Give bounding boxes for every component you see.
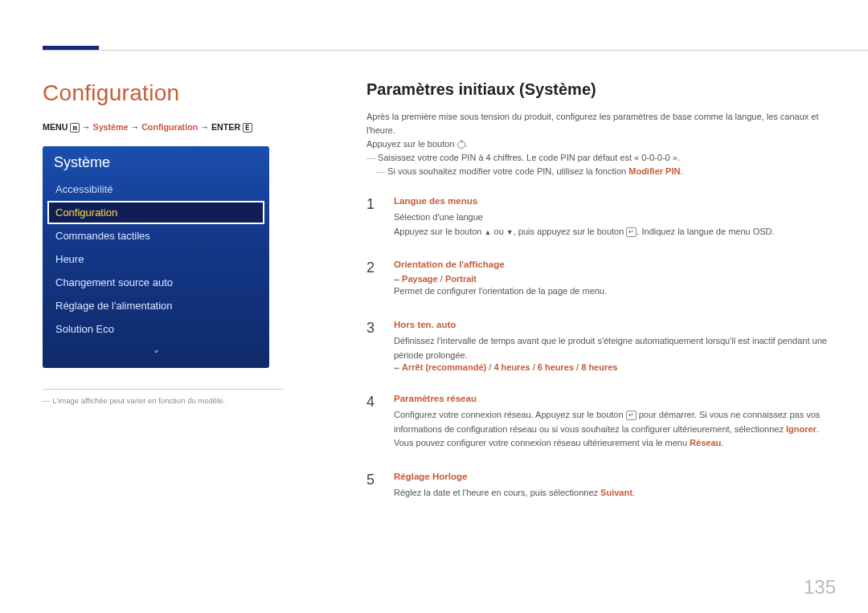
menu-item-configuration[interactable]: Configuration bbox=[47, 201, 264, 224]
intro-press-post: . bbox=[465, 139, 468, 149]
step-3-opt-4h: 4 heures bbox=[493, 362, 530, 372]
step-3-number: 3 bbox=[366, 320, 384, 373]
step-4-ignorer: Ignorer bbox=[786, 424, 817, 434]
right-column: Paramètres initiaux (Système) Après la p… bbox=[366, 80, 836, 515]
step-2: 2 Orientation de l'affichage Paysage / P… bbox=[366, 253, 836, 313]
breadcrumb-menu: MENU bbox=[43, 122, 68, 132]
menu-item-heure[interactable]: Heure bbox=[47, 247, 264, 271]
step-5-number: 5 bbox=[366, 472, 384, 501]
step-3-opt-arret: Arrêt (recommandé) bbox=[402, 362, 486, 372]
step-3-sep3: / bbox=[574, 362, 581, 372]
step-1-title: Langue des menus bbox=[394, 196, 836, 210]
step-5-pre: Réglez la date et l'heure en cours, puis… bbox=[394, 488, 600, 497]
menu-item-commandes-tactiles[interactable]: Commandes tactiles bbox=[47, 224, 264, 247]
step-4-pre: Configurez votre connexion réseau. Appuy… bbox=[394, 410, 626, 419]
note-modify-pin: Si vous souhaitez modifier votre code PI… bbox=[366, 165, 836, 178]
enter-icon: E bbox=[243, 123, 252, 133]
step-1-b2-post: . Indiquez la langue de menu OSD. bbox=[637, 227, 774, 236]
osd-menu-card: Système Accessibilité Configuration Comm… bbox=[43, 146, 269, 368]
steps-list: 1 Langue des menus Sélection d'une langu… bbox=[366, 178, 836, 514]
step-5-suivant: Suivant bbox=[600, 488, 633, 497]
breadcrumb-arrow-2: → bbox=[130, 122, 139, 132]
breadcrumb-arrow-1: → bbox=[82, 122, 91, 132]
step-2-title: Orientation de l'affichage bbox=[394, 260, 836, 274]
step-4-number: 4 bbox=[366, 394, 384, 451]
breadcrumb-arrow-3: → bbox=[200, 122, 209, 132]
menu-item-changement-source-auto[interactable]: Changement source auto bbox=[47, 271, 264, 294]
step-4: 4 Paramètres réseau Configurez votre con… bbox=[366, 387, 836, 465]
enter-key-icon-2: ↵ bbox=[626, 411, 637, 420]
section-title: Configuration bbox=[43, 80, 312, 122]
osd-menu-title: Système bbox=[43, 146, 269, 178]
step-4-post: . bbox=[721, 438, 723, 447]
step-5-post: . bbox=[633, 488, 635, 497]
step-1-body-2: Appuyez sur le bouton ▲ ou ▼, puis appuy… bbox=[394, 225, 836, 239]
step-1-number: 1 bbox=[366, 196, 384, 239]
step-5-title: Réglage Horloge bbox=[394, 472, 836, 486]
page-number: 135 bbox=[804, 576, 836, 599]
step-3-sep1: / bbox=[486, 362, 493, 372]
step-3-opt-6h: 6 heures bbox=[538, 362, 574, 372]
note-modify-pin-post: . bbox=[680, 166, 682, 176]
step-5: 5 Réglage Horloge Réglez la date et l'he… bbox=[366, 465, 836, 515]
menu-item-reglage-alimentation[interactable]: Réglage de l'alimentation bbox=[47, 294, 264, 317]
step-4-body: Configurez votre connexion réseau. Appuy… bbox=[394, 408, 836, 451]
step-2-opt-sep: / bbox=[438, 274, 445, 284]
step-1-body-1: Sélection d'une langue bbox=[394, 210, 836, 225]
footnote-text: L'image affichée peut varier en fonction… bbox=[43, 390, 312, 405]
step-3-sep2: / bbox=[530, 362, 538, 372]
step-3-title: Hors ten. auto bbox=[394, 320, 836, 334]
breadcrumb: MENU m → Système → Configuration → ENTER… bbox=[43, 122, 312, 145]
power-icon bbox=[457, 141, 465, 149]
step-3-options: Arrêt (recommandé) / 4 heures / 6 heures… bbox=[394, 362, 836, 373]
step-2-body: Permet de configurer l'orientation de la… bbox=[394, 284, 836, 299]
step-3-body: Définissez l'intervalle de temps avant q… bbox=[394, 334, 836, 362]
step-4-reseau: Réseau bbox=[690, 438, 721, 447]
note-modify-pin-pre: Si vous souhaitez modifier votre code PI… bbox=[387, 166, 628, 176]
menu-icon: m bbox=[70, 123, 79, 133]
step-1-b2-mid2: , puis appuyez sur le bouton bbox=[514, 227, 627, 236]
intro-press-pre: Appuyez sur le bouton bbox=[366, 139, 457, 149]
breadcrumb-configuration: Configuration bbox=[141, 122, 198, 132]
breadcrumb-systeme: Système bbox=[93, 122, 129, 132]
breadcrumb-enter: ENTER bbox=[211, 122, 240, 132]
menu-scroll-down-icon[interactable]: ˅ bbox=[43, 345, 269, 368]
step-5-body: Réglez la date et l'heure en cours, puis… bbox=[394, 486, 836, 501]
left-column: Configuration MENU m → Système → Configu… bbox=[43, 80, 312, 515]
step-2-options: Paysage / Portrait bbox=[394, 274, 836, 284]
page-title: Paramètres initiaux (Système) bbox=[366, 80, 836, 110]
step-2-opt-paysage: Paysage bbox=[402, 274, 438, 284]
menu-item-solution-eco[interactable]: Solution Eco bbox=[47, 317, 264, 341]
step-2-number: 2 bbox=[366, 260, 384, 299]
step-3: 3 Hors ten. auto Définissez l'intervalle… bbox=[366, 313, 836, 387]
step-1: 1 Langue des menus Sélection d'une langu… bbox=[366, 190, 836, 253]
step-1-b2-pre: Appuyez sur le bouton bbox=[394, 227, 485, 236]
intro-press-button: Appuyez sur le bouton . bbox=[366, 137, 836, 151]
enter-key-icon: ↵ bbox=[626, 227, 637, 237]
step-4-title: Paramètres réseau bbox=[394, 394, 836, 408]
step-1-b2-mid: ou bbox=[491, 227, 506, 236]
note-modify-pin-hl: Modifier PIN bbox=[628, 166, 680, 176]
intro-paragraph: Après la première mise sous tension du p… bbox=[366, 110, 836, 137]
header-rule bbox=[43, 50, 868, 51]
menu-item-accessibilite[interactable]: Accessibilité bbox=[47, 178, 264, 201]
arrow-down-icon: ▼ bbox=[506, 228, 514, 236]
note-pin-default: Saisissez votre code PIN à 4 chiffres. L… bbox=[366, 151, 836, 165]
step-3-opt-8h: 8 heures bbox=[581, 362, 617, 372]
step-2-opt-portrait: Portrait bbox=[445, 274, 477, 284]
